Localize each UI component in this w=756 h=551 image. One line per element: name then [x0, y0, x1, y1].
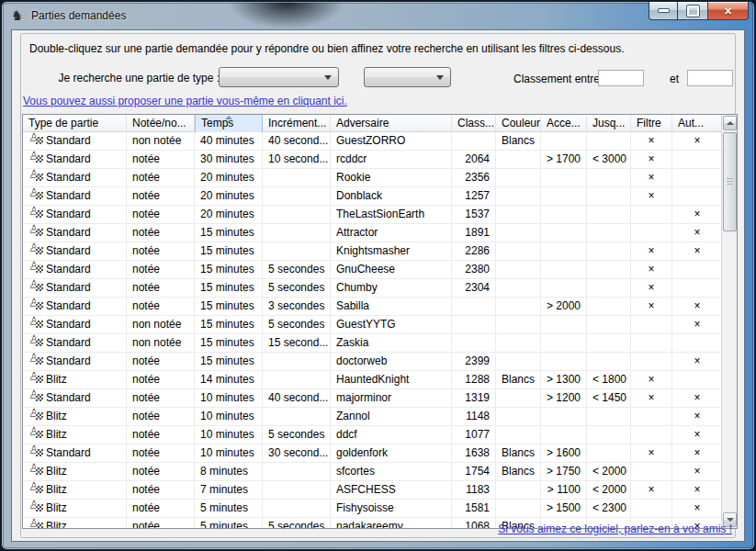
table-row[interactable]: ♙Standardnon notée15 minutes15 second...… — [23, 334, 723, 353]
cell-classement: 1754 — [452, 463, 496, 480]
cell-type: ♙Standard — [23, 224, 127, 242]
cell-type: ♙Blitz — [23, 408, 127, 425]
column-header-label: Incrément... — [268, 117, 326, 129]
column-header-note[interactable]: Notée/no... — [127, 115, 195, 132]
table-row[interactable]: ♙Standardnon notée40 minutes40 second...… — [23, 132, 723, 151]
cell-note: notée — [127, 518, 195, 529]
cell-temps: 20 minutes — [195, 169, 263, 186]
cell-increment — [263, 169, 331, 186]
cell-aut — [672, 279, 723, 297]
column-header-classement[interactable]: Class... — [452, 115, 496, 132]
rating-max-input[interactable] — [687, 70, 733, 86]
vertical-scrollbar[interactable] — [721, 115, 737, 528]
cell-note: non notée — [127, 316, 195, 333]
column-header-type[interactable]: Type de partie — [23, 115, 127, 132]
cell-couleur — [496, 242, 541, 260]
cell-couleur — [496, 408, 541, 425]
cell-adversaire: goldenfork — [331, 444, 452, 462]
table-body: ♙Standardnon notée40 minutes40 second...… — [23, 132, 723, 529]
cell-acce: > 1200 — [541, 389, 587, 407]
game-subtype-select[interactable] — [364, 67, 451, 87]
table-row[interactable]: ♙Standardnotée20 minutesRookie2356× — [23, 169, 723, 187]
table-row[interactable]: ♙Standardnotée20 minutesDonblack1257× — [23, 187, 723, 206]
client-area: Double-cliquez sur une partie demandée p… — [11, 29, 745, 542]
cell-classement — [452, 298, 496, 315]
close-button[interactable]: × — [707, 2, 749, 20]
cell-increment: 5 secondes — [263, 279, 331, 297]
table-row[interactable]: ♙Blitznotée14 minutesHauntedKnight1288Bl… — [23, 371, 723, 389]
games-table: Type de partieNotée/no...TempsIncrément.… — [22, 114, 738, 529]
cell-aut — [672, 371, 723, 388]
minimize-button[interactable] — [649, 2, 678, 20]
table-row[interactable]: ♙Standardnotée10 minutes30 second...gold… — [23, 444, 723, 463]
cell-type: ♙Blitz — [23, 371, 127, 388]
cell-note: notée — [127, 279, 195, 297]
cell-adversaire: TheLastSionEarth — [331, 206, 452, 223]
cell-jusq: < 2000 — [587, 463, 631, 480]
table-row[interactable]: ♙Standardnon notée15 minutes5 secondesGu… — [23, 316, 723, 334]
cell-adversaire: GuestYYTG — [331, 316, 452, 333]
cell-type: ♙Blitz — [23, 481, 127, 499]
cell-filtre: × — [631, 298, 672, 315]
cell-aut: × — [672, 224, 723, 242]
propose-game-link[interactable]: Vous pouvez aussi proposer une partie vo… — [23, 95, 347, 107]
scroll-up-button[interactable] — [723, 116, 737, 130]
arrow-down-icon — [727, 518, 734, 522]
cell-aut: × — [672, 463, 723, 480]
table-row[interactable]: ♙Standardnotée15 minutes5 secondesGnuChe… — [23, 261, 723, 279]
cell-classement: 2304 — [452, 279, 496, 297]
table-row[interactable]: ♙Standardnotée15 minutesdoctorweb2399× — [23, 353, 723, 371]
cell-acce — [541, 206, 587, 223]
table-row[interactable]: ♙Standardnotée15 minutes3 secondesSabill… — [23, 298, 723, 316]
rating-min-input[interactable] — [598, 70, 644, 86]
cell-couleur — [496, 206, 541, 223]
cell-temps: 40 minutes — [195, 132, 263, 150]
cell-adversaire: Donblack — [331, 187, 452, 205]
table-row[interactable]: ♙Standardnotée10 minutes40 second...majo… — [23, 389, 723, 408]
table-row[interactable]: ♙Standardnotée20 minutesTheLastSionEarth… — [23, 206, 723, 224]
cell-couleur — [496, 353, 541, 370]
chess-pawn-board-icon: ♙ — [28, 483, 44, 495]
cell-jusq — [587, 187, 631, 205]
column-header-label: Type de partie — [28, 117, 98, 129]
cell-jusq: < 1800 — [587, 371, 631, 388]
game-type-select[interactable] — [219, 67, 339, 87]
table-row[interactable]: ♙Blitznotée5 minutesFishysoisse1581> 150… — [23, 500, 723, 518]
table-header: Type de partieNotée/no...TempsIncrément.… — [23, 115, 723, 132]
cell-temps: 15 minutes — [195, 298, 263, 315]
cell-acce — [541, 261, 587, 278]
table-row[interactable]: ♙Standardnotée30 minutes10 second...rcdd… — [23, 151, 723, 169]
column-header-label: Couleur — [502, 117, 540, 129]
maximize-button[interactable] — [678, 2, 707, 20]
cell-aut: × — [672, 389, 723, 407]
table-row[interactable]: ♙Standardnotée15 minutes5 secondesChumby… — [23, 279, 723, 298]
column-header-filtre[interactable]: Filtre — [631, 115, 672, 132]
column-header-acce[interactable]: Acce... — [541, 115, 587, 132]
scrollbar-thumb[interactable] — [723, 132, 737, 231]
table-row[interactable]: ♙Blitznotée10 minutes5 secondesddcf1077× — [23, 426, 723, 444]
cell-couleur — [496, 187, 541, 205]
cell-increment — [263, 353, 331, 370]
column-header-temps[interactable]: Temps — [195, 115, 263, 132]
title-bar[interactable]: ♞♙ Parties demandées × — [2, 2, 754, 29]
cell-note: notée — [127, 500, 195, 517]
column-header-couleur[interactable]: Couleur — [496, 115, 541, 132]
chess-pawn-board-icon: ♙ — [28, 208, 44, 219]
column-header-jusq[interactable]: Jusq... — [587, 115, 631, 132]
cell-temps: 30 minutes — [195, 151, 263, 168]
cell-increment: 5 secondes — [263, 261, 331, 278]
cell-filtre — [631, 426, 672, 444]
column-header-adversaire[interactable]: Adversaire — [331, 115, 452, 132]
column-header-aut[interactable]: Aut... — [672, 115, 723, 132]
cell-jusq: < 3000 — [587, 151, 631, 168]
column-header-increment[interactable]: Incrément... — [263, 115, 331, 132]
cell-couleur — [496, 298, 541, 315]
table-row[interactable]: ♙Standardnotée15 minutesAttractor1891× — [23, 224, 723, 242]
table-row[interactable]: ♙Blitznotée10 minutesZannol1148× — [23, 408, 723, 426]
share-software-link[interactable]: Si vous aimez ce logiciel, parlez-en à v… — [498, 523, 732, 535]
table-row[interactable]: ♙Blitznotée7 minutesASFCHESS1183> 1100< … — [23, 481, 723, 500]
table-row[interactable]: ♙Standardnotée15 minutesKnightsmasher228… — [23, 242, 723, 261]
chess-pawn-board-icon: ♙ — [28, 318, 44, 330]
table-row[interactable]: ♙Blitznotée8 minutessfcortes1754Blancs> … — [23, 463, 723, 481]
cell-type: ♙Blitz — [23, 500, 127, 517]
